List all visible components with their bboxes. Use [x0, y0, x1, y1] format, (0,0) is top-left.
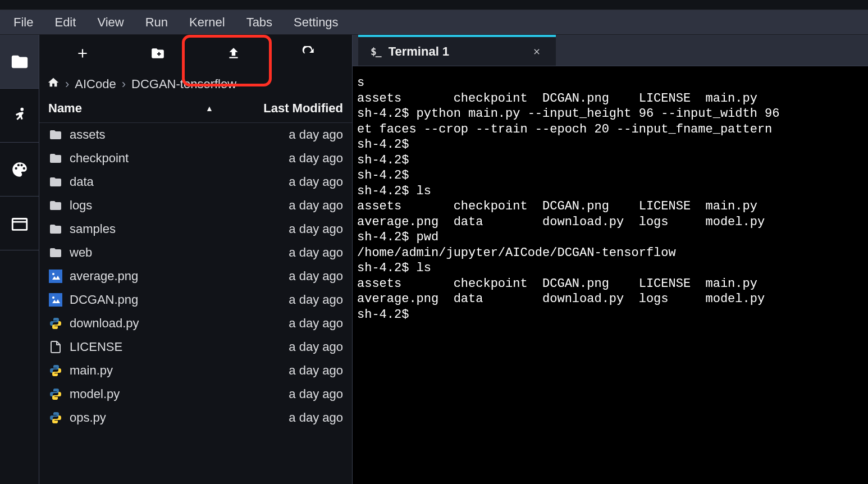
python-icon — [48, 387, 63, 401]
activity-folder[interactable] — [0, 35, 39, 89]
file-name: logs — [70, 198, 92, 213]
terminal-output[interactable]: s assets checkpoint DCGAN.png LICENSE ma… — [353, 66, 868, 484]
activity-palette[interactable] — [0, 143, 39, 197]
breadcrumb-sep: › — [63, 77, 71, 92]
image-icon — [48, 269, 63, 284]
file-icon — [48, 340, 63, 354]
folder-icon — [48, 245, 63, 260]
menu-tabs[interactable]: Tabs — [236, 11, 282, 34]
file-row[interactable]: ops.pya day ago — [39, 406, 352, 430]
file-browser: › AICode › DCGAN-tensorflow Name ▲ Last … — [39, 35, 353, 484]
tabs-icon — [10, 214, 29, 233]
refresh-button[interactable] — [271, 38, 346, 69]
file-row[interactable]: weba day ago — [39, 241, 352, 264]
file-list-header[interactable]: Name ▲ Last Modified — [39, 94, 352, 123]
activity-tabs[interactable] — [0, 197, 39, 250]
plus-icon — [75, 46, 90, 61]
file-name: web — [70, 245, 92, 260]
menu-view[interactable]: View — [87, 11, 134, 34]
file-name: main.py — [70, 363, 113, 378]
file-name: data — [70, 175, 94, 189]
svg-point-0 — [20, 107, 24, 111]
file-modified: a day ago — [289, 363, 343, 378]
breadcrumb-item-1[interactable]: DCGAN-tensorflow — [131, 77, 236, 92]
refresh-icon — [301, 46, 316, 61]
svg-rect-2 — [49, 270, 62, 283]
file-name: DCGAN.png — [70, 293, 138, 307]
svg-point-4 — [52, 273, 54, 275]
file-modified: a day ago — [289, 222, 343, 236]
svg-point-7 — [52, 296, 54, 299]
file-modified: a day ago — [289, 151, 343, 166]
titlebar-spacer — [0, 0, 868, 10]
main-area: › AICode › DCGAN-tensorflow Name ▲ Last … — [0, 35, 868, 484]
file-modified: a day ago — [289, 175, 343, 189]
file-row[interactable]: main.pya day ago — [39, 359, 352, 382]
new-launcher-button[interactable] — [45, 38, 120, 69]
file-modified: a day ago — [289, 269, 343, 284]
file-name: average.png — [70, 269, 138, 284]
file-modified: a day ago — [289, 340, 343, 354]
file-list: assetsa day agocheckpointa day agodataa … — [39, 123, 352, 484]
file-name: model.py — [70, 387, 120, 401]
file-row[interactable]: DCGAN.pnga day ago — [39, 288, 352, 312]
file-modified: a day ago — [289, 293, 343, 307]
workspace: $_ Terminal 1 s assets checkpoint DCGAN.… — [353, 35, 868, 484]
breadcrumb-item-0[interactable]: AICode — [75, 77, 116, 92]
activity-bar — [0, 35, 39, 484]
file-modified: a day ago — [289, 127, 343, 142]
terminal-icon: $_ — [371, 45, 381, 57]
file-modified: a day ago — [289, 198, 343, 213]
upload-icon — [226, 46, 241, 61]
menu-file[interactable]: File — [3, 11, 43, 34]
tab-terminal-1[interactable]: $_ Terminal 1 — [358, 35, 556, 66]
menubar: FileEditViewRunKernelTabsSettings — [0, 10, 868, 35]
file-name: assets — [70, 127, 106, 142]
file-name: samples — [70, 222, 116, 236]
svg-rect-5 — [49, 293, 62, 307]
tab-title: Terminal 1 — [389, 44, 449, 59]
folder-icon — [48, 175, 63, 189]
file-row[interactable]: LICENSEa day ago — [39, 335, 352, 359]
activity-running[interactable] — [0, 89, 39, 143]
breadcrumb: › AICode › DCGAN-tensorflow — [39, 72, 352, 94]
file-row[interactable]: average.pnga day ago — [39, 264, 352, 288]
python-icon — [48, 410, 63, 425]
menu-settings[interactable]: Settings — [284, 11, 349, 34]
new-folder-button[interactable] — [120, 38, 195, 69]
running-icon — [10, 106, 29, 125]
file-row[interactable]: samplesa day ago — [39, 217, 352, 241]
svg-rect-1 — [12, 218, 27, 230]
menu-kernel[interactable]: Kernel — [179, 11, 235, 34]
file-row[interactable]: dataa day ago — [39, 170, 352, 194]
palette-icon — [10, 160, 29, 179]
file-row[interactable]: checkpointa day ago — [39, 147, 352, 170]
folder-icon — [48, 222, 63, 236]
file-modified: a day ago — [289, 387, 343, 401]
column-name-label: Name — [48, 101, 82, 116]
file-row[interactable]: model.pya day ago — [39, 382, 352, 406]
file-toolbar — [39, 35, 352, 72]
file-name: checkpoint — [70, 151, 129, 166]
file-modified: a day ago — [289, 410, 343, 425]
file-row[interactable]: download.pya day ago — [39, 312, 352, 335]
breadcrumb-sep: › — [120, 77, 128, 92]
menu-edit[interactable]: Edit — [44, 11, 86, 34]
folder-icon — [48, 127, 63, 142]
file-row[interactable]: logsa day ago — [39, 194, 352, 217]
upload-button[interactable] — [196, 38, 271, 69]
folder-icon — [48, 198, 63, 213]
python-icon — [48, 316, 63, 331]
menu-run[interactable]: Run — [135, 11, 178, 34]
file-row[interactable]: assetsa day ago — [39, 123, 352, 147]
python-icon — [48, 363, 63, 378]
folder-icon — [10, 52, 29, 71]
file-name: LICENSE — [70, 340, 122, 354]
close-icon — [532, 47, 541, 56]
breadcrumb-home[interactable] — [47, 76, 60, 92]
column-modified-label: Last Modified — [263, 101, 343, 116]
file-name: download.py — [70, 316, 139, 331]
home-icon — [47, 76, 60, 89]
tab-close-button[interactable] — [530, 45, 543, 58]
file-modified: a day ago — [289, 316, 343, 331]
